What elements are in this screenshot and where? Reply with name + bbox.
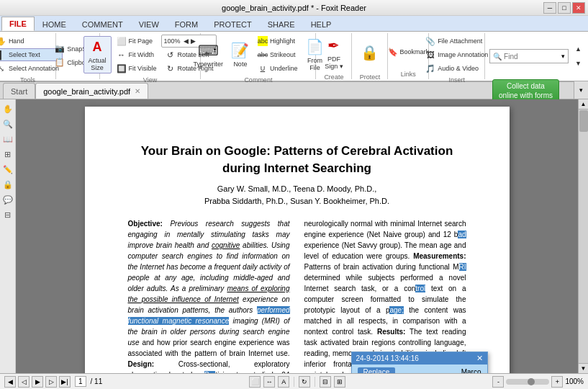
tab-share[interactable]: SHARE	[260, 17, 303, 31]
status-icons: ⬜ ↔ A ↻ ⊟ ⊞	[249, 376, 345, 388]
page-of: / 11	[91, 377, 103, 385]
sidebar-annotations[interactable]: ✏️	[1, 163, 14, 176]
actual-size-status-button[interactable]: A	[278, 376, 289, 388]
strikeout-button[interactable]: abc Strikeout	[254, 48, 302, 61]
typewriter-button[interactable]: ⌨ Typewriter	[189, 36, 227, 73]
sidebar-comment[interactable]: 💬	[1, 193, 14, 206]
prev-page-button[interactable]: ◁	[18, 376, 30, 388]
cursor-icon: ▌	[0, 50, 6, 60]
document-viewer[interactable]: Your Brain on Google: Patterns of Cerebr…	[16, 99, 578, 373]
strikeout-icon: abc	[258, 50, 268, 60]
zoom-slider[interactable]	[506, 379, 549, 385]
sidebar-layers[interactable]: ⊟	[1, 208, 14, 221]
zoom-out-button[interactable]: -	[492, 376, 504, 388]
file-attachment-button[interactable]: 📎 File Attachment	[422, 35, 492, 48]
comment-value: Marco	[461, 368, 481, 373]
clipboard-icon: 📋	[55, 58, 65, 68]
protect-button[interactable]: 🔒	[358, 35, 382, 72]
create-group: ✒ PDFSign ▾ Create	[316, 33, 352, 79]
insert-label: Insert	[448, 76, 465, 84]
main-area: ✋ 🔍 📖 ⊞ ✏️ 🔒 💬 ⊟ Your Brain on Google: P…	[0, 99, 588, 373]
tab-protect[interactable]: PROTECT	[206, 17, 260, 31]
tools-group: ✋ Hand ▌ Select Text ⤡ Select Annotation…	[0, 33, 56, 79]
actual-size-button[interactable]: A ActualSize	[83, 36, 112, 73]
audio-video-icon: 🎵	[425, 63, 435, 73]
audio-video-button[interactable]: 🎵 Audio & Video	[422, 62, 492, 75]
left-sidebar: ✋ 🔍 📖 ⊞ ✏️ 🔒 💬 ⊟	[0, 99, 16, 373]
page-nav: ◀ ◁ ▶ ▷ ▶|	[4, 376, 71, 388]
scroll-track[interactable]	[579, 109, 588, 363]
minimize-button[interactable]: ─	[543, 2, 556, 14]
doc-tab-start[interactable]: Start	[3, 83, 35, 99]
two-page-button[interactable]: ⊞	[334, 376, 345, 388]
fit-page-status-button[interactable]: ⬜	[249, 376, 261, 388]
scroll-down-button[interactable]: ▼	[579, 363, 588, 373]
ribbon-bar: ✋ Hand ▌ Select Text ⤡ Select Annotation…	[0, 32, 588, 82]
scroll-up-button[interactable]: ▲	[579, 99, 588, 109]
new-tab-button[interactable]: ▾	[574, 81, 588, 99]
tab-home[interactable]: HOME	[35, 17, 74, 31]
sidebar-zoom[interactable]: 🔍	[1, 117, 14, 130]
search-area: 🔍 ▾ ▲ ▼	[485, 33, 588, 79]
first-page-button[interactable]: ◀	[4, 376, 16, 388]
status-bar: ◀ ◁ ▶ ▷ ▶| 1 / 11 ⬜ ↔ A ↻ ⊟ ⊞ - + 100%	[0, 373, 588, 389]
annotation-select-icon: ⤡	[0, 63, 6, 73]
image-annotation-button[interactable]: 🖼 Image Annotation	[422, 48, 492, 61]
note-button[interactable]: 📝 Note	[228, 36, 253, 73]
zoom-decrease-button[interactable]: ◀	[184, 37, 189, 45]
tab-help[interactable]: HELP	[303, 17, 340, 31]
last-page-button[interactable]: ▶|	[59, 376, 71, 388]
close-tab-button[interactable]: ✕	[135, 87, 140, 95]
underline-button[interactable]: U Underline	[254, 62, 302, 75]
create-label: Create	[324, 73, 343, 81]
close-button[interactable]: ✕	[572, 2, 585, 14]
sidebar-lock[interactable]: 🔒	[1, 178, 14, 191]
fit-width-status-button[interactable]: ↔	[263, 376, 275, 388]
hand-icon: ✋	[0, 36, 6, 46]
comment-header: 24-9-2014 13:44:16 ✕	[352, 352, 487, 365]
collect-data-button[interactable]: Collect dataonline with forms	[492, 79, 559, 102]
sidebar-hand-tool[interactable]: ✋	[1, 102, 14, 115]
zoom-in-button[interactable]: +	[551, 376, 563, 388]
tab-comment[interactable]: COMMENT	[74, 17, 131, 31]
search-prev-button[interactable]: ▲	[571, 43, 585, 55]
sidebar-bookmark[interactable]: 📖	[1, 133, 14, 146]
fit-page-button[interactable]: ⬜ Fit Page	[113, 35, 160, 48]
right-scrollbar: ▲ ▼	[578, 99, 588, 373]
search-box: 🔍 ▾	[489, 49, 569, 63]
tab-file[interactable]: FILE	[1, 17, 35, 31]
snapshot-icon: 📷	[55, 44, 65, 54]
highlight-button[interactable]: abc Highlight	[254, 35, 302, 48]
split-view-button[interactable]: ⊟	[320, 376, 331, 388]
zoom-controls: - + 100%	[492, 376, 584, 388]
sidebar-thumbs[interactable]: ⊞	[1, 148, 14, 161]
comment-close-button[interactable]: ✕	[476, 354, 483, 363]
doc-abstract: Objective: Previous research suggests th…	[128, 218, 466, 373]
play-button[interactable]: ▶	[32, 376, 43, 388]
tab-view[interactable]: VIEW	[131, 17, 167, 31]
fit-width-button[interactable]: ↔ Fit Width	[113, 48, 160, 61]
maximize-button[interactable]: □	[558, 2, 571, 14]
next-page-button[interactable]: ▷	[45, 376, 57, 388]
fit-width-icon: ↔	[117, 50, 127, 60]
doc-tabs-bar: Start google_brain_activity.pdf ✕ Collec…	[0, 82, 588, 99]
search-options-icon[interactable]: ▾	[561, 53, 565, 60]
search-input[interactable]	[504, 53, 561, 61]
fit-visible-button[interactable]: 🔲 Fit Visible	[113, 62, 160, 75]
search-icon: 🔍	[493, 53, 502, 61]
replace-button[interactable]: Replace	[358, 367, 396, 373]
pdf-tab-label: google_brain_activity.pdf	[43, 87, 130, 96]
title-bar-text: google_brain_activity.pdf * - Foxit Read…	[222, 4, 366, 12]
comment-body: Replace Marco Options ▾	[352, 365, 487, 373]
search-next-button[interactable]: ▼	[571, 57, 585, 70]
tab-form[interactable]: FORM	[167, 17, 206, 31]
image-annotation-icon: 🖼	[425, 50, 435, 60]
note-icon: 📝	[232, 42, 249, 59]
scroll-thumb[interactable]	[579, 110, 588, 132]
doc-tab-pdf[interactable]: google_brain_activity.pdf ✕	[35, 83, 148, 99]
bookmark-icon: 🔖	[388, 47, 398, 57]
comment-group: ⌨ Typewriter 📝 Note abc Highlight abc St…	[201, 33, 316, 79]
rotate-status-button[interactable]: ↻	[299, 376, 310, 388]
rotate-right-icon: ↻	[165, 63, 175, 73]
pdf-sign-button[interactable]: ✒ PDFSign ▾	[321, 35, 347, 72]
